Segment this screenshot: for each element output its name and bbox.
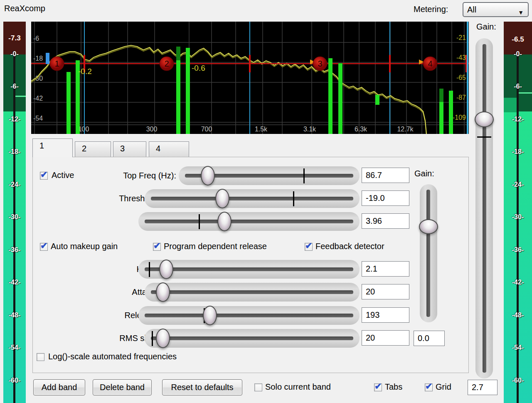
meter-peak-readout: -6.5 [504, 35, 532, 44]
knee-value[interactable]: 2.1 [362, 261, 409, 277]
meter-scale-label: -36- [3, 246, 26, 254]
tab-band-2[interactable]: 2 [75, 141, 111, 157]
meter-scale-label: -6- [504, 83, 532, 90]
tab-band-3[interactable]: 3 [113, 141, 146, 157]
band-gain-fader-thumb[interactable] [419, 219, 438, 234]
threshold-annotation: -0.2 [78, 67, 92, 76]
attack-value[interactable]: 20 [362, 284, 409, 299]
knee-slider-thumb[interactable] [159, 260, 173, 279]
check-icon: ✔ [374, 381, 382, 391]
band-blue-handle[interactable] [46, 53, 49, 64]
grid-label: Grid [436, 382, 451, 392]
attack-slider-track[interactable] [145, 283, 360, 302]
ratio-slider-track[interactable] [138, 212, 360, 231]
meter-scale-label: -36- [504, 246, 532, 254]
threshold-slider-thumb[interactable] [215, 189, 229, 208]
main-gain-value[interactable]: 2.7 [468, 380, 498, 395]
meter-peak-tick [518, 92, 532, 94]
band-gain-label: Gain: [414, 169, 434, 178]
band-gain-fader-groove [426, 190, 430, 317]
db-scale-label-left: -42 [33, 95, 43, 102]
check-icon: ✔ [153, 241, 161, 251]
meter-scale-label: -48- [3, 312, 26, 319]
meter-mid-segment [504, 98, 518, 112]
db-scale-label-left: -18 [33, 55, 43, 62]
metering-value: All [467, 5, 476, 14]
main-gain-fader-thumb[interactable] [475, 111, 494, 127]
freq-scale-label: 12.7k [397, 126, 414, 133]
ratio-value[interactable]: 3.96 [362, 213, 409, 229]
knee-slider-groove [145, 267, 353, 271]
program-dependent-release-checkbox[interactable]: ✔ [153, 243, 161, 251]
tabs-checkbox[interactable]: ✔ [374, 383, 382, 391]
meter-scale-label: -12- [3, 116, 26, 123]
top-freq-slider-track[interactable] [179, 166, 360, 185]
release-slider-track[interactable] [138, 306, 360, 325]
ratio-slider-groove [145, 220, 353, 223]
add-band-button[interactable]: Add band [33, 379, 85, 396]
metering-label: Metering: [414, 5, 448, 14]
freq-scale-label: 300 [146, 126, 158, 133]
meter-scale-label: -0- [3, 50, 26, 58]
program-dependent-release-label: Program dependent release [164, 242, 267, 251]
rms-size-slider-thumb[interactable] [156, 329, 170, 348]
meter-peak-tick [15, 96, 26, 97]
rms-size-value[interactable]: 20 [362, 330, 409, 346]
meter-scale-label: -18- [504, 148, 532, 156]
log-scale-checkbox[interactable] [37, 353, 44, 361]
freq-scale-label: 700 [201, 126, 212, 133]
freq-scale-label: 6.3k [355, 126, 367, 133]
freq-scale-label: 1.5k [255, 126, 268, 133]
band-gain-value[interactable]: 0.0 [414, 331, 445, 346]
band-gain-fader-track[interactable] [420, 184, 437, 322]
gain-reduction-bar [176, 60, 180, 134]
ratio-slider-thumb[interactable] [217, 212, 232, 231]
meter-peak-readout: -7.3 [3, 34, 26, 42]
meter-scale-label: -60- [3, 377, 26, 384]
main-gain-fader-track[interactable] [475, 38, 493, 378]
chevron-down-icon: ▼ [518, 6, 524, 19]
release-slider-thumb[interactable] [203, 306, 217, 325]
gain-reduction-bar [338, 63, 342, 134]
knee-slider-track[interactable] [138, 260, 360, 279]
db-scale-label-left: -6 [33, 35, 39, 42]
meter-scale-label: -54- [3, 344, 26, 351]
meter-scale-label: -6- [3, 83, 26, 90]
meter-scale-label: -12- [504, 116, 532, 123]
attack-slider-groove [151, 290, 353, 294]
delete-band-button[interactable]: Delete band [93, 379, 152, 396]
threshold-value[interactable]: -19.0 [362, 190, 409, 206]
freq-scale-label: 3.1k [303, 126, 316, 133]
tab-band-4[interactable]: 4 [149, 141, 189, 157]
tab-band-1[interactable]: 1 [32, 138, 73, 157]
meter-scale-label: -18- [3, 148, 26, 156]
top-freq-slider-tick [303, 168, 305, 183]
page-title: ReaXcomp [4, 4, 45, 13]
meter-scale-label: -24- [3, 181, 26, 188]
rms-size-slider-track[interactable] [145, 329, 360, 348]
release-value[interactable]: 193 [362, 307, 409, 323]
gain-reduction-bar [186, 48, 190, 134]
metering-dropdown[interactable]: All ▼ [463, 2, 529, 17]
top-freq-slider-thumb[interactable] [201, 166, 215, 185]
meter-scale-label: -60- [504, 377, 532, 384]
reaxcomp-window: ReaXcomp Metering: All ▼ -7.3-0--6--12--… [0, 0, 532, 403]
top-freq-value[interactable]: 86.7 [362, 168, 409, 183]
threshold-slider-track[interactable] [145, 189, 360, 208]
reset-to-defaults-button[interactable]: Reset to defaults [162, 379, 242, 396]
grid-checkbox[interactable]: ✔ [425, 383, 433, 391]
attack-slider-thumb[interactable] [156, 282, 170, 302]
check-icon: ✔ [40, 170, 48, 180]
meter-scale-label: -48- [504, 312, 532, 319]
tabs-label: Tabs [385, 382, 402, 392]
active-checkbox[interactable]: ✔ [40, 172, 48, 180]
solo-current-band-checkbox[interactable] [254, 383, 262, 391]
meter-scale-label: -42- [3, 279, 26, 286]
meter-scale-label: -0- [504, 50, 532, 58]
meter-scale-label: -30- [3, 213, 26, 221]
release-slider-groove [145, 314, 353, 317]
meter-scale-label: -24- [504, 181, 532, 188]
feedback-detector-checkbox[interactable]: ✔ [305, 243, 313, 251]
auto-makeup-gain-checkbox[interactable]: ✔ [40, 243, 48, 251]
rms-size-slider-tick [152, 331, 153, 346]
